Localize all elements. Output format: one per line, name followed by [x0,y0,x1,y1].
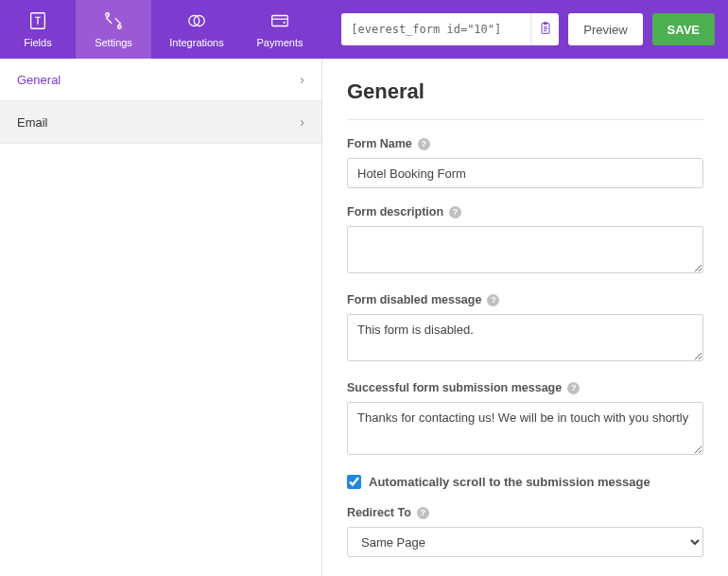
sidebar-item-general[interactable]: General › [0,59,321,101]
help-icon[interactable]: ? [418,138,430,150]
autoscroll-checkbox[interactable] [347,475,361,489]
nav-tab-integrations[interactable]: Integrations [151,0,242,59]
nav-label: Integrations [169,37,223,48]
help-icon[interactable]: ? [487,294,499,306]
settings-panel: General Form Name ? Form description ? F… [322,59,728,576]
chevron-right-icon: › [300,114,304,130]
nav-tab-fields[interactable]: Fields [0,0,76,59]
svg-rect-10 [542,23,549,33]
preview-button[interactable]: Preview [568,13,642,45]
svg-point-4 [118,26,122,29]
sidebar-item-label: General [17,73,61,87]
shortcode-group [341,13,559,45]
success-message-textarea[interactable]: Thanks for contacting us! We will be in … [347,402,703,455]
nav-tab-payments[interactable]: Payments [242,0,318,59]
redirect-select[interactable]: Same Page [347,527,703,557]
form-description-label: Form description [347,205,443,218]
redirect-label: Redirect To [347,506,411,519]
fields-icon [27,10,48,33]
chevron-right-icon: › [300,72,304,87]
nav-tabs: Fields Settings Integrations Payments [0,0,318,59]
svg-point-3 [106,13,110,17]
help-icon[interactable]: ? [417,507,429,519]
shortcode-input[interactable] [341,13,530,45]
svg-rect-7 [272,16,288,26]
form-name-input[interactable] [347,158,703,188]
panel-heading: General [347,79,703,104]
sidebar-item-label: Email [17,115,48,130]
help-icon[interactable]: ? [449,206,461,218]
payments-icon [269,10,290,33]
form-name-label: Form Name [347,137,412,150]
nav-label: Fields [24,37,51,48]
disabled-message-textarea[interactable]: This form is disabled. [347,314,703,361]
form-description-textarea[interactable] [347,226,703,273]
autoscroll-label: Automatically scroll to the submission m… [369,475,650,489]
svg-rect-11 [544,22,547,25]
nav-label: Settings [95,37,132,48]
help-icon[interactable]: ? [567,382,580,394]
sidebar-item-email[interactable]: Email › [0,101,321,144]
clipboard-icon [538,21,553,39]
nav-label: Payments [257,37,303,48]
copy-shortcode-button[interactable] [530,13,559,45]
disabled-message-label: Form disabled message [347,293,481,306]
divider [347,119,703,120]
nav-tab-settings[interactable]: Settings [76,0,151,59]
top-nav-bar: Fields Settings Integrations Payments [0,0,728,59]
integrations-icon [186,10,207,33]
success-message-label: Successful form submission message [347,381,562,394]
settings-sidebar: General › Email › [0,59,322,576]
tools-icon [103,10,124,33]
svg-point-9 [283,22,285,24]
save-button[interactable]: SAVE [652,13,715,45]
